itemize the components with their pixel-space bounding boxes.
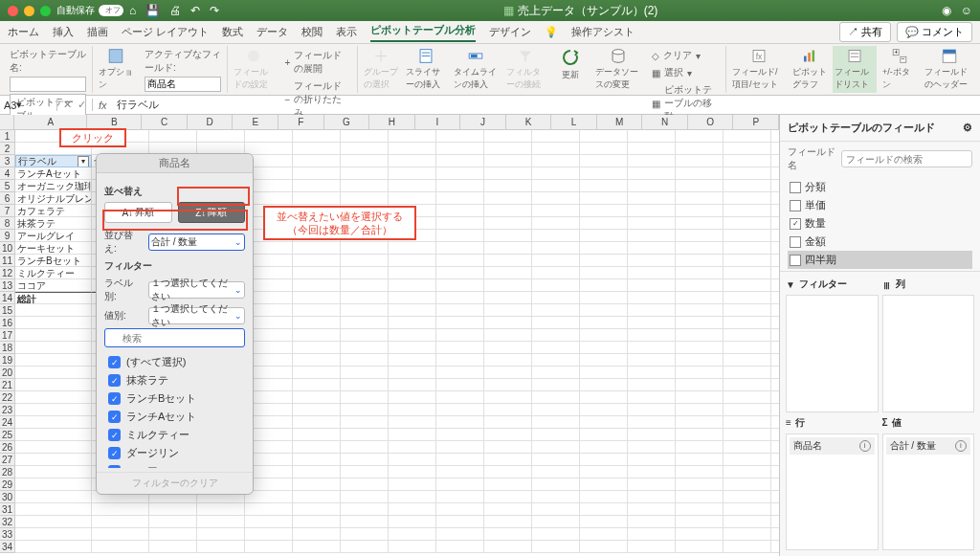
cell[interactable] [341,130,389,143]
cell[interactable] [771,454,779,466]
rows-area-dropzone[interactable]: 商品名i [786,434,879,551]
cell[interactable] [436,279,484,292]
col-header[interactable]: K [506,115,552,130]
refresh-button[interactable]: 更新 [551,46,590,93]
cell[interactable] [293,379,341,391]
cell[interactable] [15,516,92,528]
cell[interactable] [436,379,484,391]
cell[interactable]: ケーキセット [15,242,92,255]
cell[interactable] [341,143,389,155]
row-header[interactable]: 32 [0,516,15,528]
cell[interactable] [724,367,771,379]
label-filter-select[interactable]: １つ選択してください⌄ [148,281,245,299]
print-icon[interactable]: 🖨 [169,4,181,17]
cell[interactable] [15,367,92,379]
cell[interactable] [580,167,628,180]
row-header[interactable]: 25 [0,429,15,441]
cell[interactable] [676,503,724,516]
cell[interactable] [245,541,293,553]
cell[interactable] [15,429,92,441]
sortby-select[interactable]: 合計 / 数量⌄ [148,234,245,251]
cell[interactable] [484,267,532,279]
cell[interactable] [676,342,724,354]
clear-button[interactable]: ◇クリア ▾ [652,48,720,63]
filter-check-item[interactable]: ✓ランチBセット [104,389,245,408]
cell[interactable] [676,205,724,217]
cell[interactable] [15,503,92,516]
cell[interactable] [293,367,341,379]
cell[interactable] [724,304,771,317]
cell[interactable] [293,329,341,342]
cell[interactable] [724,167,771,180]
cell[interactable] [484,367,532,379]
cell[interactable] [389,379,436,391]
cell[interactable] [15,466,92,478]
cell[interactable] [484,155,532,167]
cell[interactable] [436,454,484,466]
cell[interactable] [15,354,92,367]
pivottable-name-input[interactable] [10,77,86,92]
cell[interactable] [676,404,724,416]
cell[interactable] [771,230,779,242]
cell[interactable] [484,242,532,255]
cell[interactable] [341,367,389,379]
cell[interactable] [149,503,197,516]
cell[interactable] [15,317,92,329]
cell[interactable] [15,416,92,429]
cell[interactable] [293,404,341,416]
cell[interactable] [676,466,724,478]
cell[interactable] [15,329,92,342]
cell[interactable] [628,130,676,143]
cell[interactable] [197,516,245,528]
cell[interactable] [245,503,293,516]
cell[interactable] [724,242,771,255]
cell[interactable] [436,404,484,416]
cell[interactable] [149,528,197,541]
options-button[interactable]: オプション [97,46,135,93]
cell[interactable] [676,292,724,304]
cell[interactable] [245,528,293,541]
tab-formulas[interactable]: 数式 [222,25,243,39]
cell[interactable] [341,541,389,553]
fx-icon[interactable]: fx [93,100,113,111]
cell[interactable] [341,478,389,491]
cell[interactable] [724,454,771,466]
cell[interactable] [484,466,532,478]
cell[interactable] [532,130,580,143]
name-box[interactable]: A3 ▾ [0,99,57,111]
cell[interactable] [436,429,484,441]
cell[interactable] [532,454,580,466]
cell[interactable] [580,192,628,205]
cell[interactable] [676,192,724,205]
field-settings-button[interactable]: フィールドの設定 [232,46,276,93]
close-window-button[interactable] [8,6,18,16]
cell[interactable] [580,416,628,429]
cell[interactable] [532,478,580,491]
cell[interactable] [341,279,389,292]
sort-descending-button[interactable]: Z↓降順 [178,202,246,223]
col-header[interactable]: P [733,115,779,130]
cell[interactable] [628,192,676,205]
cell[interactable] [293,541,341,553]
cell[interactable] [724,329,771,342]
row-header[interactable]: 31 [0,503,15,516]
cell[interactable] [15,391,92,404]
cell[interactable] [389,429,436,441]
cell[interactable] [771,255,779,267]
cell[interactable] [341,255,389,267]
cell[interactable] [724,354,771,367]
cell[interactable] [197,541,245,553]
cell[interactable] [724,230,771,242]
field-list-item[interactable]: 四半期 [788,251,972,269]
cell[interactable] [341,354,389,367]
cell[interactable] [628,267,676,279]
select-all-corner[interactable] [0,115,14,130]
cell[interactable] [149,516,197,528]
tell-me-icon[interactable]: 💡 [545,26,558,38]
cell[interactable] [341,528,389,541]
cell[interactable] [484,354,532,367]
cell[interactable] [724,379,771,391]
cell[interactable] [484,317,532,329]
group-selection-button[interactable]: グループの選択 [362,46,400,93]
cell[interactable] [389,304,436,317]
